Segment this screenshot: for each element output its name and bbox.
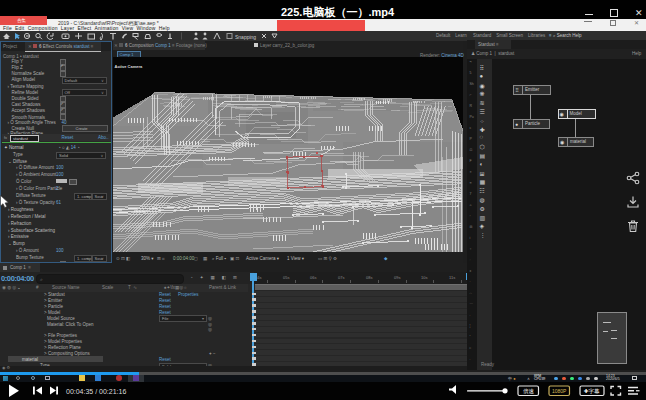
svg-text:00:04:35 / 00:21:16: 00:04:35 / 00:21:16: [66, 387, 126, 394]
svg-text:Active Camera: Active Camera: [115, 64, 144, 69]
svg-text:✚字幕: ✚字幕: [584, 388, 600, 394]
svg-text:Snapping: Snapping: [235, 33, 256, 39]
svg-text:1080P: 1080P: [552, 388, 567, 394]
svg-text:倍速: 倍速: [523, 388, 535, 395]
